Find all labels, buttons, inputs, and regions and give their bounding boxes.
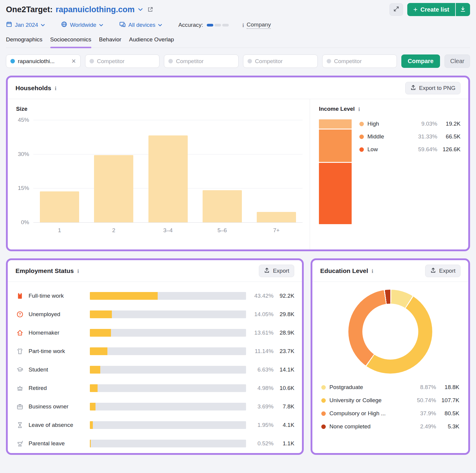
employment-count: 1.1K: [273, 440, 294, 447]
compare-bar: rapanuiclothi... ✕ Competitor Competitor…: [6, 54, 470, 68]
bottom-cards: Employment Status i Export Full-time wor…: [6, 258, 470, 455]
legend-count: 18.8K: [436, 384, 459, 391]
employment-count: 4.1K: [273, 422, 294, 428]
employment-row: Student 6.63% 14.1K: [16, 360, 294, 379]
employment-count: 10.6K: [273, 385, 294, 391]
education-level-card: Education Level i Export Postgraduate: [311, 258, 470, 455]
size-chart-title: Size: [16, 106, 303, 112]
x-tick: 7+: [257, 227, 296, 234]
region-filter[interactable]: Worldwide: [61, 21, 103, 29]
legend-label: University or College: [329, 397, 409, 404]
accuracy-label: Accuracy:: [178, 22, 203, 28]
legend-row: High 9.03% 19.2K: [359, 121, 461, 127]
tab-demographics[interactable]: Demographics: [6, 36, 43, 48]
calendar-icon: [6, 21, 12, 29]
competitor-dot: [90, 59, 94, 63]
income-segment-low: [319, 163, 352, 224]
employment-bar: [90, 366, 246, 374]
external-link-icon[interactable]: [147, 7, 153, 13]
export-label: Export: [273, 268, 289, 274]
competitor-input-3[interactable]: Competitor: [243, 54, 318, 68]
y-tick: 45%: [18, 117, 29, 123]
legend-row: Compulsory or High ... 37.9% 80.5K: [321, 407, 459, 420]
hourglass-icon: [16, 422, 24, 429]
compare-button[interactable]: Compare: [401, 54, 440, 68]
domain-dot: [10, 59, 15, 63]
main-domain-chip[interactable]: rapanuiclothi... ✕: [6, 54, 81, 68]
competitor-placeholder: Competitor: [176, 58, 234, 65]
export-button[interactable]: Export: [259, 265, 294, 277]
info-icon[interactable]: i: [77, 268, 79, 274]
tab-audience-overlap[interactable]: Audience Overlap: [129, 36, 174, 48]
competitor-input-1[interactable]: Competitor: [85, 54, 160, 68]
tab-behavior[interactable]: Behavior: [99, 36, 121, 48]
education-title: Education Level: [320, 267, 368, 274]
employment-label: Parental leave: [29, 440, 90, 447]
employment-bar: [90, 292, 246, 300]
legend-label: Middle: [367, 133, 410, 140]
income-level-section: Income Level i High 9.03% 19.2: [310, 99, 468, 251]
legend-count: 80.5K: [436, 410, 459, 417]
info-icon[interactable]: i: [358, 106, 360, 112]
company-link[interactable]: i Company: [242, 21, 271, 29]
legend-percent: 50.74%: [409, 397, 436, 404]
legend-dot: [321, 424, 326, 429]
size-chart: 45% 30% 15% 0%: [16, 120, 303, 222]
close-icon[interactable]: ✕: [71, 58, 76, 65]
employment-label: Business owner: [29, 403, 90, 410]
education-legend: Postgraduate 8.87% 18.8K University or C…: [312, 374, 468, 433]
employment-bar: [90, 403, 246, 410]
info-icon: i: [242, 22, 244, 28]
employment-row: Part-time work 11.14% 23.7K: [16, 342, 294, 360]
company-label: Company: [247, 21, 271, 29]
legend-label: Postgraduate: [329, 384, 409, 391]
employment-row: Parental leave 0.52% 1.1K: [16, 434, 294, 453]
competitor-input-4[interactable]: Competitor: [322, 54, 397, 68]
employment-percent: 4.98%: [246, 385, 273, 391]
info-icon[interactable]: i: [55, 85, 56, 91]
expand-button[interactable]: [389, 3, 403, 16]
y-tick: 0%: [21, 219, 29, 226]
legend-count: 5.3K: [436, 423, 459, 430]
tab-socioeconomics[interactable]: Socioeconomics: [50, 36, 91, 48]
x-tick: 3–4: [148, 227, 188, 234]
create-list-button[interactable]: + Create list: [407, 3, 455, 16]
chevron-down-icon[interactable]: [138, 8, 143, 11]
households-header: Households i Export to PNG: [8, 77, 468, 99]
export-to-png-label: Export to PNG: [419, 85, 456, 91]
employment-bar: [90, 384, 246, 392]
upload-icon: [264, 267, 270, 275]
export-to-png-button[interactable]: Export to PNG: [405, 82, 461, 94]
export-label: Export: [439, 268, 455, 274]
clear-button[interactable]: Clear: [444, 54, 470, 68]
competitor-placeholder: Competitor: [255, 58, 313, 65]
export-button[interactable]: Export: [425, 265, 461, 277]
competitor-input-2[interactable]: Competitor: [164, 54, 239, 68]
tshirt-icon: [16, 348, 24, 355]
legend-row: None completed 2.49% 5.3K: [321, 420, 459, 433]
legend-count: 19.2K: [437, 121, 461, 127]
competitor-dot: [327, 59, 331, 63]
income-legend: High 9.03% 19.2K Middle 31.33% 66.5K: [359, 119, 461, 224]
upload-icon: [430, 267, 436, 275]
download-button[interactable]: [456, 3, 470, 16]
income-segment-middle: [319, 129, 352, 162]
income-stacked-bar: [319, 119, 352, 224]
stroller-icon: [16, 440, 24, 447]
domain-selector[interactable]: rapanuiclothing.com: [56, 5, 135, 14]
devices-filter[interactable]: All devices: [119, 21, 162, 29]
employment-status-card: Employment Status i Export Full-time wor…: [6, 258, 304, 455]
plus-icon: +: [413, 6, 417, 13]
home-icon: [16, 329, 24, 336]
legend-percent: 31.33%: [410, 133, 437, 140]
employment-count: 14.1K: [273, 366, 294, 373]
one2target-page: One2Target: rapanuiclothing.com + Create…: [0, 0, 476, 455]
employment-label: Full-time work: [29, 293, 90, 299]
briefcase-icon: [16, 403, 24, 410]
date-filter[interactable]: Jan 2024: [6, 21, 45, 29]
competitor-placeholder: Competitor: [97, 58, 155, 65]
competitor-placeholder: Competitor: [334, 58, 392, 65]
chevron-down-icon: [158, 24, 162, 26]
info-icon[interactable]: i: [372, 268, 373, 274]
x-tick: 1: [40, 227, 79, 234]
